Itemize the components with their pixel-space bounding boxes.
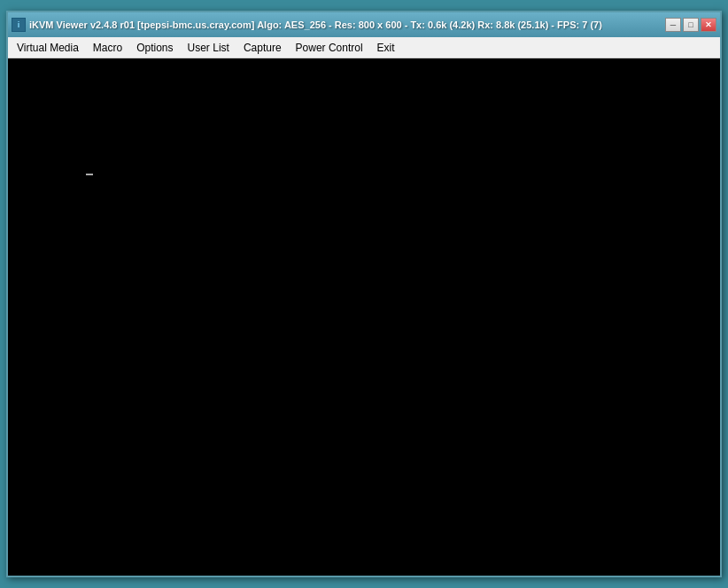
menu-power-control[interactable]: Power Control — [289, 37, 370, 58]
menu-exit[interactable]: Exit — [370, 37, 402, 58]
menu-user-list[interactable]: User List — [181, 37, 236, 58]
kvm-display[interactable] — [8, 58, 720, 576]
terminal-cursor — [86, 174, 93, 175]
maximize-button[interactable]: □ — [683, 18, 699, 32]
title-bar: i iKVM Viewer v2.4.8 r01 [tpepsi-bmc.us.… — [8, 12, 720, 37]
main-window: i iKVM Viewer v2.4.8 r01 [tpepsi-bmc.us.… — [6, 11, 722, 577]
menu-virtual-media[interactable]: Virtual Media — [10, 37, 86, 58]
title-bar-left: i iKVM Viewer v2.4.8 r01 [tpepsi-bmc.us.… — [12, 18, 602, 32]
window-title: iKVM Viewer v2.4.8 r01 [tpepsi-bmc.us.cr… — [29, 19, 602, 30]
close-button[interactable]: ✕ — [701, 18, 716, 32]
minimize-button[interactable]: ─ — [665, 18, 681, 32]
menu-options[interactable]: Options — [129, 37, 180, 58]
menu-capture[interactable]: Capture — [236, 37, 289, 58]
title-bar-buttons: ─ □ ✕ — [665, 18, 716, 32]
menu-macro[interactable]: Macro — [86, 37, 129, 58]
menu-bar: Virtual Media Macro Options User List Ca… — [8, 37, 720, 58]
app-icon: i — [12, 18, 26, 32]
